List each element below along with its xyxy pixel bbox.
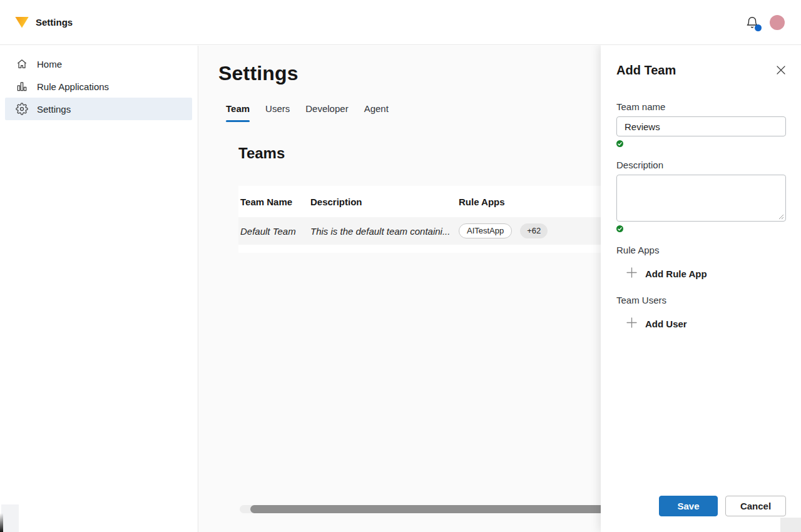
sidebar-item-home[interactable]: Home <box>5 53 192 75</box>
rule-app-pill: AITestApp <box>459 223 512 238</box>
gear-icon <box>16 103 28 115</box>
rule-apps-label: Rule Apps <box>616 245 786 255</box>
app-title: Settings <box>36 17 73 28</box>
scrollbar-corner <box>780 518 801 532</box>
cancel-button[interactable]: Cancel <box>725 496 786 516</box>
tab-team[interactable]: Team <box>226 103 250 122</box>
team-name-input[interactable] <box>616 116 786 136</box>
team-name-label: Team name <box>616 101 786 112</box>
panel-title: Add Team <box>616 63 676 78</box>
add-rule-app-label: Add Rule App <box>645 269 707 279</box>
status-fragment <box>1 504 19 532</box>
more-count-badge: +62 <box>520 223 548 238</box>
save-button[interactable]: Save <box>659 496 718 516</box>
app-header: Settings <box>0 0 801 45</box>
sidebar-item-settings[interactable]: Settings <box>5 98 192 120</box>
team-users-label: Team Users <box>616 295 786 305</box>
brand-logo-triangle-icon <box>15 17 29 28</box>
description-valid-check-icon <box>616 225 623 232</box>
sidebar-nav: Home Rule Applications Settings <box>0 46 198 532</box>
description-textarea[interactable] <box>616 175 786 222</box>
bar-chart-icon <box>16 80 28 93</box>
team-name-valid-check-icon <box>616 140 623 147</box>
cell-description: This is the default team containi... <box>310 226 459 237</box>
notifications-button[interactable] <box>745 15 759 30</box>
column-header-team-name: Team Name <box>240 197 310 207</box>
tab-users[interactable]: Users <box>265 103 290 122</box>
close-icon[interactable] <box>776 65 786 75</box>
tab-developer[interactable]: Developer <box>305 103 348 122</box>
sidebar-item-label: Rule Applications <box>37 81 109 92</box>
sidebar-item-label: Home <box>37 59 62 69</box>
add-user-label: Add User <box>645 319 687 329</box>
plus-icon <box>626 267 637 280</box>
plus-icon <box>626 317 637 330</box>
tab-agent[interactable]: Agent <box>364 103 389 122</box>
home-icon <box>16 58 28 70</box>
sidebar-item-rule-applications[interactable]: Rule Applications <box>5 75 192 98</box>
sidebar-item-label: Settings <box>37 104 71 115</box>
add-user-button[interactable]: Add User <box>626 317 687 330</box>
cell-team-name: Default Team <box>240 226 310 237</box>
notification-dot <box>755 24 762 31</box>
description-label: Description <box>616 160 786 170</box>
user-avatar[interactable] <box>770 15 785 30</box>
add-team-panel: Add Team Team name Description Rule Apps… <box>601 45 801 532</box>
column-header-description: Description <box>310 197 459 207</box>
add-rule-app-button[interactable]: Add Rule App <box>626 267 707 280</box>
